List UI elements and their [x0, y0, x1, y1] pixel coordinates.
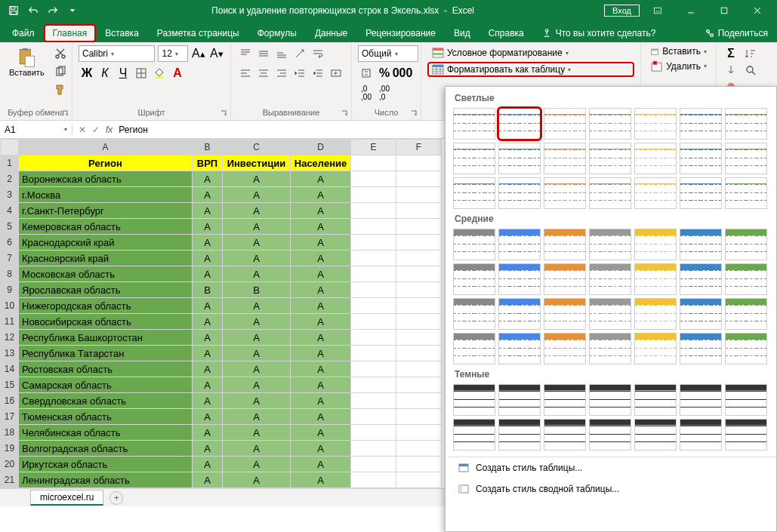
region-cell[interactable]: Волгоградская область: [19, 441, 193, 457]
data-cell[interactable]: A: [223, 361, 291, 377]
region-cell[interactable]: Самарская область: [19, 377, 193, 393]
row-header[interactable]: 20: [1, 457, 19, 472]
align-middle-icon[interactable]: [255, 45, 272, 62]
save-icon[interactable]: [5, 2, 23, 19]
table-style-swatch[interactable]: [680, 177, 722, 209]
spreadsheet-grid[interactable]: ABCDEF1РегионВРПИнвестицииНаселение2Воро…: [0, 139, 442, 488]
number-launcher-icon[interactable]: [409, 109, 418, 118]
region-cell[interactable]: Красноярский край: [19, 251, 193, 266]
close-icon[interactable]: [742, 0, 772, 21]
table-style-swatch[interactable]: [453, 108, 495, 140]
table-style-swatch[interactable]: [589, 419, 631, 451]
data-cell[interactable]: A: [223, 298, 291, 314]
header-cell[interactable]: Население: [291, 155, 351, 171]
increase-font-icon[interactable]: A▴: [191, 45, 206, 62]
table-style-swatch[interactable]: [453, 229, 495, 260]
data-cell[interactable]: A: [223, 314, 291, 330]
data-cell[interactable]: A: [193, 409, 223, 425]
data-cell[interactable]: B: [223, 282, 291, 298]
enter-formula-icon[interactable]: ✓: [92, 125, 100, 135]
row-header[interactable]: 14: [1, 361, 19, 377]
data-cell[interactable]: A: [223, 203, 291, 219]
insert-cells-button[interactable]: Вставить▾: [647, 45, 710, 57]
data-cell[interactable]: A: [291, 266, 351, 282]
table-style-swatch[interactable]: [680, 229, 722, 260]
row-header[interactable]: 9: [1, 282, 19, 298]
data-cell[interactable]: A: [291, 457, 351, 472]
table-style-swatch[interactable]: [725, 143, 767, 174]
data-cell[interactable]: A: [291, 282, 351, 298]
data-cell[interactable]: A: [193, 251, 223, 266]
data-cell[interactable]: A: [193, 472, 223, 488]
table-style-swatch[interactable]: [725, 263, 767, 295]
table-style-swatch[interactable]: [589, 333, 631, 364]
table-style-swatch[interactable]: [544, 229, 586, 260]
data-cell[interactable]: A: [223, 235, 291, 251]
ribbon-options-icon[interactable]: [643, 0, 673, 21]
data-cell[interactable]: A: [291, 298, 351, 314]
data-cell[interactable]: A: [291, 187, 351, 203]
data-cell[interactable]: A: [193, 441, 223, 457]
header-cell[interactable]: Регион: [19, 155, 193, 171]
fill-color-icon[interactable]: [151, 65, 168, 81]
region-cell[interactable]: Ярославская область: [19, 282, 193, 298]
table-style-swatch[interactable]: [498, 143, 541, 174]
data-cell[interactable]: A: [193, 314, 223, 330]
row-header[interactable]: 5: [1, 219, 19, 235]
table-style-swatch[interactable]: [453, 333, 495, 364]
align-top-icon[interactable]: [237, 45, 254, 62]
region-cell[interactable]: Воронежская область: [19, 171, 193, 187]
border-icon[interactable]: [133, 65, 150, 81]
header-cell[interactable]: ВРП: [193, 155, 223, 171]
merge-cells-icon[interactable]: [328, 65, 344, 81]
alignment-launcher-icon[interactable]: [340, 109, 349, 118]
data-cell[interactable]: A: [223, 171, 291, 187]
table-style-swatch[interactable]: [544, 177, 586, 209]
data-cell[interactable]: A: [291, 171, 351, 187]
header-cell[interactable]: Инвестиции: [223, 155, 291, 171]
data-cell[interactable]: A: [291, 330, 351, 346]
number-format-combo[interactable]: Общий▾: [358, 45, 418, 62]
data-cell[interactable]: A: [193, 266, 223, 282]
data-cell[interactable]: A: [223, 187, 291, 203]
table-style-swatch[interactable]: [634, 143, 677, 174]
sheet-tab-active[interactable]: microexcel.ru: [30, 490, 103, 506]
data-cell[interactable]: A: [193, 361, 223, 377]
table-style-swatch[interactable]: [589, 263, 631, 295]
region-cell[interactable]: Нижегородская область: [19, 298, 193, 314]
redo-icon[interactable]: [44, 2, 62, 19]
align-left-icon[interactable]: [237, 65, 254, 81]
decrease-decimal-icon[interactable]: ,00,0: [376, 85, 393, 101]
data-cell[interactable]: A: [291, 472, 351, 488]
orientation-icon[interactable]: [291, 45, 308, 62]
data-cell[interactable]: A: [193, 187, 223, 203]
table-style-swatch[interactable]: [634, 229, 677, 260]
data-cell[interactable]: A: [223, 457, 291, 472]
table-style-swatch[interactable]: [498, 263, 541, 295]
table-style-swatch[interactable]: [725, 177, 767, 209]
table-style-swatch[interactable]: [589, 108, 631, 140]
customize-qat-icon[interactable]: [63, 2, 82, 19]
table-style-swatch[interactable]: [680, 419, 722, 451]
region-cell[interactable]: Ростовская область: [19, 361, 193, 377]
format-painter-icon[interactable]: [52, 81, 69, 98]
row-header[interactable]: 3: [1, 187, 19, 203]
find-select-icon[interactable]: [742, 62, 759, 78]
table-style-swatch[interactable]: [634, 263, 677, 295]
table-style-swatch[interactable]: [544, 298, 586, 330]
conditional-formatting-button[interactable]: Условное форматирование▾: [427, 45, 634, 60]
data-cell[interactable]: A: [223, 425, 291, 441]
table-style-swatch[interactable]: [725, 419, 767, 451]
table-style-swatch[interactable]: [680, 263, 722, 295]
table-style-swatch[interactable]: [544, 419, 586, 451]
table-style-swatch[interactable]: [498, 419, 541, 451]
row-header[interactable]: 21: [1, 472, 19, 488]
align-center-icon[interactable]: [255, 65, 272, 81]
data-cell[interactable]: A: [223, 472, 291, 488]
data-cell[interactable]: A: [193, 330, 223, 346]
region-cell[interactable]: Республика Башкортостан: [19, 330, 193, 346]
data-cell[interactable]: A: [193, 219, 223, 235]
cut-icon[interactable]: [52, 45, 69, 62]
percent-format-icon[interactable]: %: [376, 65, 393, 81]
tab-formulas[interactable]: Формулы: [248, 24, 306, 42]
